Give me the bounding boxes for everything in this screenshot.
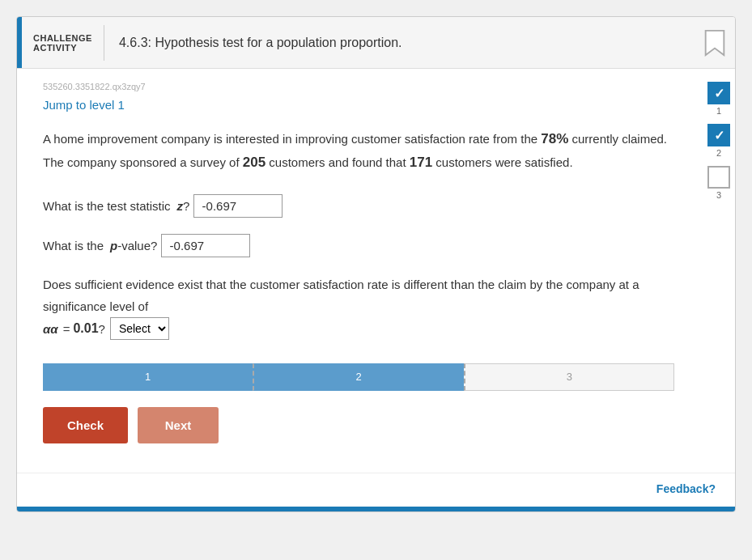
feedback-link[interactable]: Feedback? (656, 482, 716, 495)
question-p-row: What is the p -value? (43, 234, 716, 257)
check-button[interactable]: Check (43, 407, 128, 443)
question-z-variable: z (177, 199, 184, 213)
progress-segment-2[interactable]: 2 (253, 363, 463, 391)
main-container: CHALLENGE ACTIVITY 4.6.3: Hypothesis tes… (16, 16, 736, 512)
header-label: CHALLENGE ACTIVITY (22, 25, 104, 61)
progress-label-3: 3 (567, 371, 572, 383)
progress-label-1: 1 (145, 371, 151, 383)
header-title: 4.6.3: Hypothesis test for a population … (104, 36, 695, 50)
alpha-symbol-display: α (50, 318, 57, 340)
indicator-box-1: ✓ (707, 82, 730, 104)
question-alpha-row: Does sufficient evidence exist that the … (43, 274, 674, 341)
indicator-2: ✓ 2 (707, 124, 730, 158)
question-z-label: What is the test statistic (43, 199, 171, 213)
bookmark-icon (703, 29, 726, 57)
z-input[interactable] (193, 194, 283, 218)
feedback-row: Feedback? (17, 473, 735, 503)
problem-n: 205 (243, 155, 266, 170)
problem-part1: A home improvement company is interested… (43, 132, 541, 146)
alpha-value: 0.01 (73, 317, 98, 341)
problem-text: A home improvement company is interested… (43, 128, 674, 175)
question-p-label: What is the (43, 239, 104, 252)
indicator-num-2: 2 (716, 148, 721, 158)
next-button[interactable]: Next (138, 407, 219, 443)
indicator-3: 3 (707, 166, 730, 200)
evidence-select[interactable]: Select Yes No (110, 317, 169, 340)
problem-part3: customers and found that (266, 155, 410, 169)
jump-to-level-link[interactable]: Jump to level 1 (43, 98, 125, 112)
button-row: Check Next (43, 407, 716, 443)
question-p-label2: -value? (117, 239, 157, 252)
progress-bar: 1 2 3 (43, 363, 674, 391)
alpha-equals: = (63, 318, 70, 340)
challenge-label: CHALLENGE (33, 33, 92, 43)
p-value-input[interactable] (161, 234, 250, 257)
problem-percent: 78% (541, 131, 568, 146)
indicator-1: ✓ 1 (707, 82, 730, 116)
checkmark-2: ✓ (714, 128, 724, 143)
question-z-row: What is the test statistic z ? (43, 194, 716, 218)
indicator-box-3 (707, 166, 730, 189)
indicator-num-3: 3 (716, 190, 721, 200)
alpha-text-after: ? (99, 318, 105, 340)
progress-label-2: 2 (355, 371, 361, 383)
progress-segment-3[interactable]: 3 (464, 363, 674, 391)
alpha-symbol: α (43, 318, 50, 340)
session-id: 535260.3351822.qx3zqy7 (43, 82, 716, 91)
bookmark-button[interactable] (695, 21, 735, 65)
problem-x: 171 (410, 155, 432, 170)
alpha-text-before: Does sufficient evidence exist that the … (43, 274, 674, 317)
question-p-variable: p (110, 239, 117, 252)
activity-label: ACTIVITY (33, 43, 92, 53)
checkmark-1: ✓ (714, 86, 724, 101)
header: CHALLENGE ACTIVITY 4.6.3: Hypothesis tes… (17, 17, 735, 69)
indicator-box-2: ✓ (707, 124, 730, 146)
indicator-num-1: 1 (716, 106, 721, 116)
bottom-accent-bar (17, 507, 735, 511)
progress-segment-1[interactable]: 1 (43, 363, 253, 391)
main-content: ✓ 1 ✓ 2 3 535260.3351822.qx3zqy7 Jump to… (17, 69, 735, 473)
problem-part4: customers were satisfied. (432, 155, 572, 169)
question-z-suffix: ? (183, 199, 189, 213)
side-indicators: ✓ 1 ✓ 2 3 (703, 82, 735, 206)
